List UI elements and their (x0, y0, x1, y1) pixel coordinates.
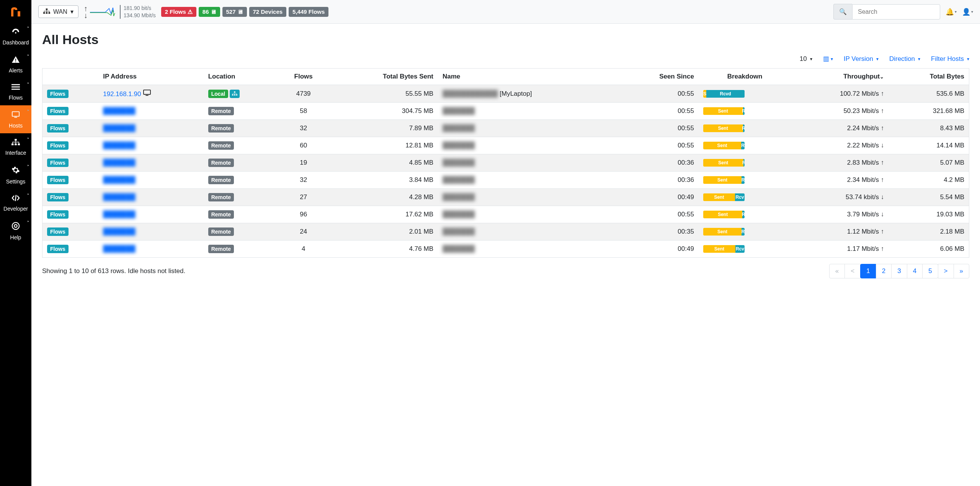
direction-filter[interactable]: Direction (889, 55, 920, 63)
col-name[interactable]: Name (438, 69, 618, 85)
badge-count[interactable]: 527 🖥 (222, 7, 247, 17)
sidebar-item-alerts[interactable]: ▸Alerts (0, 50, 31, 78)
svg-rect-12 (46, 8, 48, 10)
page-prev[interactable]: < (844, 264, 861, 278)
breakdown-bar: SentRcv (703, 193, 745, 201)
host-name: [MyLaptop] (500, 90, 532, 97)
interface-selector[interactable]: WAN ▾ (38, 5, 78, 18)
flows-link[interactable]: Flows (47, 176, 69, 184)
settings-icon (11, 166, 20, 176)
monitor-icon: 🖥 (237, 8, 243, 15)
flows-link[interactable]: Flows (47, 159, 69, 167)
chevron-right-icon: ▸ (28, 136, 29, 140)
chevron-right-icon: ▸ (28, 219, 29, 223)
sidebar-item-label: Settings (6, 178, 26, 185)
app-logo[interactable] (0, 0, 31, 22)
page-number[interactable]: 4 (907, 264, 923, 278)
col-breakdown[interactable]: Breakdown (699, 69, 791, 85)
up-down-arrows-icon: ↑↓ (84, 5, 88, 19)
table-row: Flows ███████ Remote 96 17.62 MB ███████… (42, 206, 969, 223)
sidebar-item-flows[interactable]: ▸Flows (0, 78, 31, 105)
badge-ok[interactable]: 86 🖥 (199, 7, 220, 17)
total-bytes: 5.07 MB (889, 154, 969, 172)
name-redacted: ███████ (443, 107, 475, 115)
svg-rect-3 (11, 89, 20, 90)
page-number[interactable]: 2 (876, 264, 892, 278)
bytes-sent: 4.85 MB (329, 154, 438, 172)
badge-flows-alert[interactable]: 2 Flows ⚠ (161, 7, 196, 17)
page-number[interactable]: 3 (891, 264, 907, 278)
page-number[interactable]: 1 (860, 264, 876, 278)
bytes-sent: 2.01 MB (329, 223, 438, 241)
notifications-button[interactable]: 🔔 ▾ (946, 8, 957, 16)
flows-link[interactable]: Flows (47, 107, 69, 115)
filter-hosts[interactable]: Filter Hosts (931, 55, 969, 63)
flows-link[interactable]: Flows (47, 245, 69, 253)
bytes-sent: 12.81 MB (329, 137, 438, 154)
sidebar-item-label: Dashboard (3, 39, 29, 46)
col-seen-since[interactable]: Seen Since (618, 69, 699, 85)
seen-since: 00:49 (618, 189, 699, 206)
col-bytes-sent[interactable]: Total Bytes Sent (329, 69, 438, 85)
table-row: Flows ███████ Remote 58 304.75 MB ██████… (42, 103, 969, 120)
page-title: All Hosts (42, 32, 969, 47)
svg-rect-1 (11, 84, 20, 85)
sidebar-item-help[interactable]: ▸Help (0, 216, 31, 245)
table-row: Flows ███████ Remote 19 4.85 MB ███████ … (42, 154, 969, 172)
location-badge: Remote (208, 193, 234, 201)
svg-rect-6 (15, 139, 17, 141)
location-badge: Remote (208, 227, 234, 236)
table-row: Flows ███████ Remote 24 2.01 MB ███████ … (42, 223, 969, 241)
ip-link[interactable]: 192.168.1.90 (103, 90, 141, 98)
columns-selector[interactable]: ▥▾ (823, 55, 833, 63)
table-row: Flows 192.168.1.90 Local 4739 55.55 MB █… (42, 85, 969, 103)
badge-flows[interactable]: 5,449 Flows (289, 7, 328, 17)
search-button[interactable]: 🔍 (833, 4, 852, 20)
throughput-up-value: 181.90 bit/s (124, 5, 156, 11)
table-row: Flows ███████ Remote 4 4.76 MB ███████ 0… (42, 241, 969, 258)
sidebar-item-hosts[interactable]: ▸Hosts (0, 105, 31, 133)
rows-per-page-selector[interactable]: 10 (800, 55, 812, 63)
ip-redacted: ███████ (103, 228, 135, 235)
col-ip[interactable]: IP Address (98, 69, 203, 85)
col-flows[interactable]: Flows (278, 69, 329, 85)
table-toolbar: 10 ▥▾ IP Version Direction Filter Hosts (42, 55, 969, 63)
sparkline-icon (90, 6, 117, 18)
sidebar-item-dashboard[interactable]: ▸Dashboard (0, 22, 31, 50)
page-next[interactable]: > (938, 264, 954, 278)
sidebar-item-settings[interactable]: ▸Settings (0, 160, 31, 189)
flows-link[interactable]: Flows (47, 90, 69, 98)
svg-rect-20 (234, 94, 235, 95)
breakdown-bar: SentR (703, 124, 745, 132)
sidebar-item-developer[interactable]: ▸Developer (0, 189, 31, 216)
total-bytes: 5.54 MB (889, 189, 969, 206)
search-input[interactable] (852, 4, 940, 20)
monitor-icon (143, 90, 151, 98)
table-row: Flows ███████ Remote 60 12.81 MB ███████… (42, 137, 969, 154)
flows-link[interactable]: Flows (47, 124, 69, 133)
col-throughput[interactable]: Throughput⌄ (791, 69, 889, 85)
ip-redacted: ███████ (103, 107, 135, 115)
page-last[interactable]: » (954, 264, 969, 278)
page-first[interactable]: « (829, 264, 845, 278)
sidebar-item-interface[interactable]: ▸Interface (0, 133, 31, 160)
ip-version-filter[interactable]: IP Version (844, 55, 879, 63)
user-menu-button[interactable]: 👤 ▾ (962, 8, 973, 16)
flows-link[interactable]: Flows (47, 193, 69, 201)
svg-rect-9 (18, 144, 20, 146)
seen-since: 00:55 (618, 85, 699, 103)
badge-devices[interactable]: 72 Devices (249, 7, 287, 17)
location-badge: Remote (208, 210, 234, 219)
flows-link[interactable]: Flows (47, 210, 69, 219)
svg-rect-8 (15, 144, 17, 146)
bytes-sent: 7.89 MB (329, 120, 438, 137)
seen-since: 00:36 (618, 172, 699, 189)
total-bytes: 8.43 MB (889, 120, 969, 137)
svg-rect-18 (234, 91, 235, 92)
caret-down-icon: ▾ (955, 10, 957, 14)
page-number[interactable]: 5 (922, 264, 938, 278)
col-location[interactable]: Location (204, 69, 278, 85)
flows-link[interactable]: Flows (47, 141, 69, 150)
col-total-bytes[interactable]: Total Bytes (889, 69, 969, 85)
flows-link[interactable]: Flows (47, 227, 69, 236)
